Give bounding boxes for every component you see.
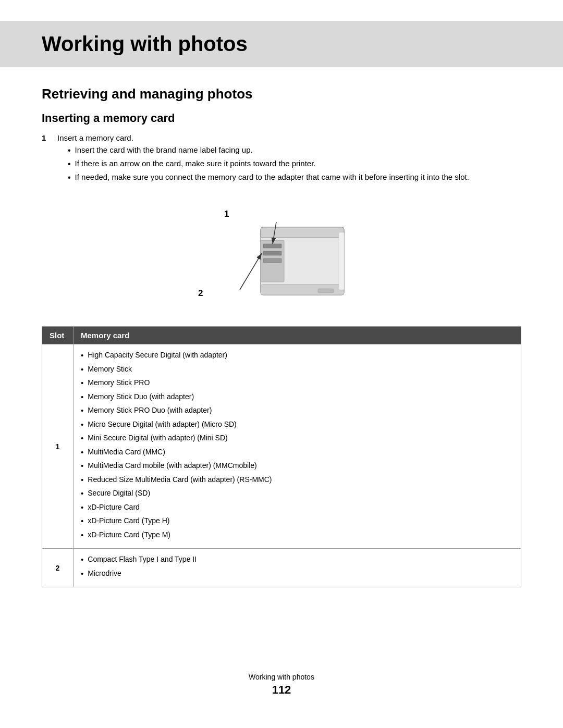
bullet-2: If there is an arrow on the card, make s… (68, 159, 521, 170)
table-row: 2Compact Flash Type I and Type IIMicrodr… (42, 549, 521, 587)
list-item: xD-Picture Card (Type H) (81, 515, 513, 527)
col-memory-header: Memory card (74, 327, 521, 344)
card-name: Memory Stick Duo (with adapter) (88, 391, 194, 402)
list-item: Compact Flash Type I and Type II (81, 554, 513, 566)
card-list: High Capacity Secure Digital (with adapt… (81, 350, 513, 541)
card-name: xD-Picture Card (88, 502, 140, 513)
card-name: Reduced Size MultiMedia Card (with adapt… (88, 474, 272, 485)
bullet-text-1: Insert the card with the brand name labe… (75, 145, 253, 154)
card-name: xD-Picture Card (Type M) (88, 529, 170, 540)
subsection-title: Inserting a memory card (42, 112, 521, 125)
diagram-label-2: 2 (198, 288, 203, 299)
slot-cell: 2 (42, 549, 74, 587)
svg-rect-4 (263, 251, 282, 255)
bullet-3: If needed, make sure you connect the mem… (68, 172, 521, 183)
table-row: 1High Capacity Secure Digital (with adap… (42, 344, 521, 549)
card-name: MultiMedia Card mobile (with adapter) (M… (88, 460, 256, 471)
printer-diagram (219, 212, 365, 308)
card-name: Mini Secure Digital (with adapter) (Mini… (88, 433, 227, 443)
card-name: xD-Picture Card (Type H) (88, 515, 169, 526)
bullet-text-2: If there is an arrow on the card, make s… (75, 159, 316, 168)
bullet-1: Insert the card with the brand name labe… (68, 145, 521, 156)
memory-card-table: Slot Memory card 1High Capacity Secure D… (42, 326, 521, 587)
card-name: Microdrive (88, 568, 121, 579)
list-item: Microdrive (81, 568, 513, 580)
card-name: Memory Stick (88, 364, 132, 375)
svg-line-10 (240, 253, 262, 290)
card-name: Micro Secure Digital (with adapter) (Mic… (88, 419, 237, 430)
col-slot-header: Slot (42, 327, 74, 344)
bullet-text-3: If needed, make sure you connect the mem… (75, 172, 469, 181)
step-text: Insert a memory card. (57, 133, 133, 142)
svg-rect-8 (339, 232, 344, 290)
list-item: MultiMedia Card (MMC) (81, 447, 513, 459)
list-item: Mini Secure Digital (with adapter) (Mini… (81, 433, 513, 445)
card-name: MultiMedia Card (MMC) (88, 447, 165, 458)
card-name: High Capacity Secure Digital (with adapt… (88, 350, 227, 361)
list-item: xD-Picture Card (81, 502, 513, 514)
footer-text: Working with photos (42, 673, 521, 681)
step-1: 1 Insert a memory card. Insert the card … (42, 133, 521, 186)
slot-cell: 1 (42, 344, 74, 549)
table-body: 1High Capacity Secure Digital (with adap… (42, 344, 521, 587)
step-bullets: Insert the card with the brand name labe… (68, 145, 521, 183)
cards-cell: Compact Flash Type I and Type IIMicrodri… (74, 549, 521, 587)
svg-rect-1 (261, 227, 344, 238)
svg-rect-7 (318, 289, 334, 293)
table-header-row: Slot Memory card (42, 327, 521, 344)
diagram-container: 1 2 (193, 209, 370, 308)
page-main-title: Working with photos (42, 32, 521, 56)
card-name: Secure Digital (SD) (88, 488, 150, 499)
card-name: Compact Flash Type I and Type II (88, 554, 197, 565)
footer: Working with photos 112 (42, 657, 521, 697)
svg-rect-3 (263, 244, 282, 248)
list-item: Micro Secure Digital (with adapter) (Mic… (81, 419, 513, 431)
list-item: Reduced Size MultiMedia Card (with adapt… (81, 474, 513, 486)
list-item: High Capacity Secure Digital (with adapt… (81, 350, 513, 362)
steps-list: 1 Insert a memory card. Insert the card … (42, 133, 521, 190)
list-item: Secure Digital (SD) (81, 488, 513, 500)
list-item: Memory Stick PRO (81, 377, 513, 389)
svg-rect-5 (263, 258, 282, 263)
diagram-area: 1 2 (42, 206, 521, 311)
card-list: Compact Flash Type I and Type IIMicrodri… (81, 554, 513, 579)
list-item: MultiMedia Card mobile (with adapter) (M… (81, 460, 513, 472)
main-title-bar: Working with photos (0, 21, 563, 67)
card-name: Memory Stick PRO Duo (with adapter) (88, 405, 212, 416)
footer-page-number: 112 (42, 683, 521, 697)
list-item: xD-Picture Card (Type M) (81, 529, 513, 541)
list-item: Memory Stick PRO Duo (with adapter) (81, 405, 513, 417)
step-number: 1 (42, 133, 54, 186)
section-title: Retrieving and managing photos (42, 86, 521, 102)
list-item: Memory Stick (81, 364, 513, 376)
card-name: Memory Stick PRO (88, 377, 150, 388)
cards-cell: High Capacity Secure Digital (with adapt… (74, 344, 521, 549)
list-item: Memory Stick Duo (with adapter) (81, 391, 513, 403)
